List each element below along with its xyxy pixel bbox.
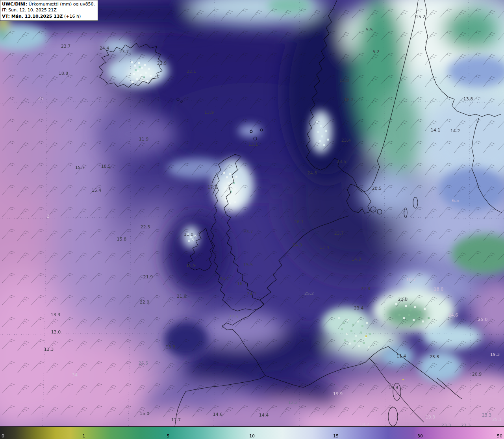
model-title: UWC/DINI: Úrkomumætti (mm) og uv850. <box>2 1 95 7</box>
valid-label: VT: <box>2 14 10 19</box>
title-box: UWC/DINI: Úrkomumætti (mm) og uv850. IT:… <box>0 0 98 21</box>
precipitation-field <box>0 0 504 426</box>
colorbar-tick-50: 50 <box>497 434 502 438</box>
model-label: UWC/DINI: <box>2 2 27 7</box>
colorbar-tick-1: 1 <box>83 434 85 438</box>
colorbar-tick-30: 30 <box>417 434 423 438</box>
colorbar-tick-15: 15 <box>333 434 339 438</box>
colorbar-tick-5: 5 <box>167 434 170 438</box>
valid-text: Mán. 13.10.2025 13Z <box>10 14 63 19</box>
valid-time: VT: Mán. 13.10.2025 13Z (+16 h) <box>2 13 95 19</box>
valid-suffix: (+16 h) <box>63 14 81 19</box>
map-canvas: 15.25.523.724.423.75.221.922.118.815.816… <box>0 0 504 426</box>
colorbar-tick-0: 0 <box>2 434 4 438</box>
model-text: Úrkomumætti (mm) og uv850. <box>27 2 95 7</box>
init-text: Sun. 12. 10. 2025 21Z <box>7 7 56 13</box>
init-time: IT: Sun. 12. 10. 2025 21Z <box>2 7 95 13</box>
init-label: IT: <box>2 7 7 13</box>
colorbar: 01510153050 <box>0 426 504 439</box>
colorbar-tick-10: 10 <box>249 434 255 438</box>
wind-barbs-overlay <box>0 0 504 426</box>
weather-map-frame: 15.25.523.724.423.75.221.922.118.815.816… <box>0 0 504 439</box>
colorbar-ticks: 01510153050 <box>0 427 504 439</box>
